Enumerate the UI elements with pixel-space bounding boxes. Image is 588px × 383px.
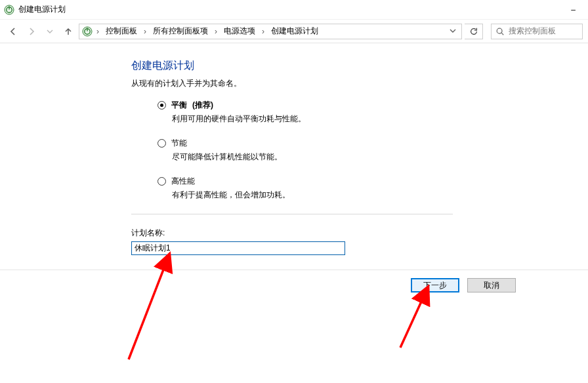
window-title: 创建电源计划 bbox=[18, 4, 558, 15]
svg-rect-2 bbox=[9, 6, 9, 9]
title-bar: 创建电源计划 – bbox=[0, 0, 588, 20]
recent-locations-button[interactable] bbox=[42, 24, 58, 39]
breadcrumb-item[interactable]: 所有控制面板项 bbox=[150, 24, 211, 38]
page-subheading: 从现有的计划入手并为其命名。 bbox=[131, 78, 588, 89]
svg-line-7 bbox=[501, 33, 503, 35]
plan-name: 节能 bbox=[171, 138, 187, 149]
chevron-right-icon[interactable]: › bbox=[95, 27, 100, 36]
plan-name: 平衡 bbox=[171, 100, 187, 111]
minimize-button[interactable]: – bbox=[558, 0, 588, 20]
breadcrumb-item[interactable]: 创建电源计划 bbox=[268, 24, 321, 38]
content-area: 创建电源计划 从现有的计划入手并为其命名。 平衡 (推荐) 利用可用的硬件自动平… bbox=[0, 43, 588, 383]
breadcrumb-item[interactable]: 电源选项 bbox=[221, 24, 258, 38]
address-bar[interactable]: › 控制面板 › 所有控制面板项 › 电源选项 › 创建电源计划 bbox=[79, 24, 462, 39]
forward-button[interactable] bbox=[24, 24, 39, 39]
divider bbox=[131, 214, 453, 214]
power-options-icon bbox=[4, 5, 14, 15]
chevron-right-icon[interactable]: › bbox=[261, 27, 266, 36]
plan-name-label: 计划名称: bbox=[131, 228, 588, 239]
plan-name-input[interactable] bbox=[131, 241, 345, 255]
cancel-button[interactable]: 取消 bbox=[467, 278, 516, 292]
search-placeholder: 搜索控制面板 bbox=[509, 26, 556, 37]
radio-powersaver[interactable] bbox=[158, 139, 166, 148]
page-heading: 创建电源计划 bbox=[131, 59, 588, 73]
search-icon bbox=[495, 27, 505, 36]
plan-name: 高性能 bbox=[171, 176, 195, 187]
chevron-right-icon[interactable]: › bbox=[213, 27, 219, 36]
plan-desc: 尽可能降低计算机性能以节能。 bbox=[172, 151, 588, 163]
radio-highperf[interactable] bbox=[158, 177, 166, 186]
plan-option-balanced[interactable]: 平衡 (推荐) 利用可用的硬件自动平衡功耗与性能。 bbox=[158, 100, 588, 125]
svg-rect-5 bbox=[87, 28, 87, 31]
plan-option-highperf[interactable]: 高性能 有利于提高性能，但会增加功耗。 bbox=[158, 176, 588, 201]
up-button[interactable] bbox=[60, 24, 76, 39]
plan-desc: 利用可用的硬件自动平衡功耗与性能。 bbox=[172, 113, 588, 125]
breadcrumb-item[interactable]: 控制面板 bbox=[103, 24, 140, 38]
next-button[interactable]: 下一步 bbox=[411, 278, 459, 292]
power-options-icon bbox=[82, 26, 93, 37]
refresh-button[interactable] bbox=[465, 24, 483, 39]
plan-option-powersaver[interactable]: 节能 尽可能降低计算机性能以节能。 bbox=[158, 138, 588, 163]
back-button[interactable] bbox=[5, 24, 21, 39]
radio-balanced[interactable] bbox=[158, 101, 166, 110]
plan-recommend-badge: (推荐) bbox=[192, 100, 213, 111]
address-expand-button[interactable] bbox=[447, 27, 459, 36]
search-box[interactable]: 搜索控制面板 bbox=[491, 24, 583, 39]
footer-buttons: 下一步 取消 bbox=[0, 270, 588, 292]
navigation-bar: › 控制面板 › 所有控制面板项 › 电源选项 › 创建电源计划 搜索控制面板 bbox=[0, 20, 588, 43]
chevron-right-icon[interactable]: › bbox=[142, 27, 148, 36]
svg-point-6 bbox=[497, 28, 502, 33]
plan-desc: 有利于提高性能，但会增加功耗。 bbox=[172, 190, 588, 201]
